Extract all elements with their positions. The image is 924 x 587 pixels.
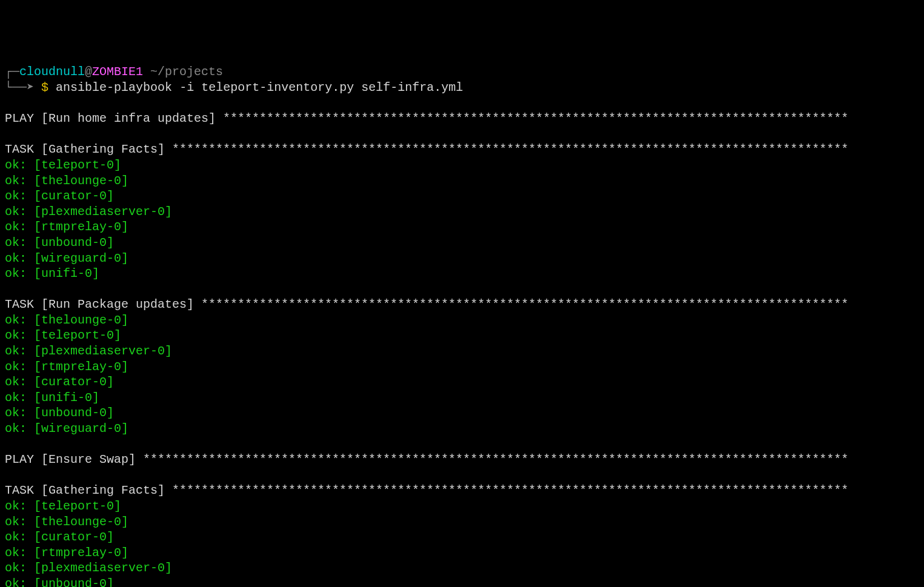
prompt-line-2[interactable]: └──➤ $ ansible-playbook -i teleport-inve… bbox=[5, 80, 919, 96]
terminal-output[interactable]: ┌─cloudnull@ZOMBIE1 ~/projects└──➤ $ ans… bbox=[5, 64, 919, 587]
ok-host-line: ok: [wireguard-0] bbox=[5, 251, 919, 267]
play-header: PLAY [Run home infra updates] **********… bbox=[5, 111, 919, 127]
ok-host-line: ok: [curator-0] bbox=[5, 529, 919, 545]
task-header: TASK [Gathering Facts] *****************… bbox=[5, 142, 919, 158]
ok-host-line: ok: [rtmprelay-0] bbox=[5, 359, 919, 375]
prompt-line-1: ┌─cloudnull@ZOMBIE1 ~/projects bbox=[5, 64, 919, 80]
task-header: TASK [Run Package updates] *************… bbox=[5, 297, 919, 313]
ok-host-line: ok: [curator-0] bbox=[5, 188, 919, 204]
ok-host-line: ok: [unbound-0] bbox=[5, 235, 919, 251]
ok-host-line: ok: [rtmprelay-0] bbox=[5, 545, 919, 561]
ok-host-line: ok: [wireguard-0] bbox=[5, 421, 919, 437]
ok-host-line: ok: [plexmediaserver-0] bbox=[5, 560, 919, 576]
ok-host-line: ok: [plexmediaserver-0] bbox=[5, 343, 919, 359]
ok-host-line: ok: [rtmprelay-0] bbox=[5, 219, 919, 235]
ok-host-line: ok: [unbound-0] bbox=[5, 405, 919, 421]
ok-host-line: ok: [unifi-0] bbox=[5, 266, 919, 282]
play-header: PLAY [Ensure Swap] *********************… bbox=[5, 452, 919, 468]
ok-host-line: ok: [curator-0] bbox=[5, 374, 919, 390]
ok-host-line: ok: [thelounge-0] bbox=[5, 514, 919, 530]
ok-host-line: ok: [teleport-0] bbox=[5, 499, 919, 514]
ok-host-line: ok: [thelounge-0] bbox=[5, 313, 919, 328]
ok-host-line: ok: [teleport-0] bbox=[5, 328, 919, 343]
shell-command: ansible-playbook -i teleport-inventory.p… bbox=[56, 81, 463, 95]
task-header: TASK [Gathering Facts] *****************… bbox=[5, 483, 919, 499]
ok-host-line: ok: [unifi-0] bbox=[5, 390, 919, 406]
ok-host-line: ok: [unbound-0] bbox=[5, 576, 919, 587]
ok-host-line: ok: [plexmediaserver-0] bbox=[5, 204, 919, 220]
ok-host-line: ok: [thelounge-0] bbox=[5, 173, 919, 189]
ok-host-line: ok: [teleport-0] bbox=[5, 158, 919, 173]
